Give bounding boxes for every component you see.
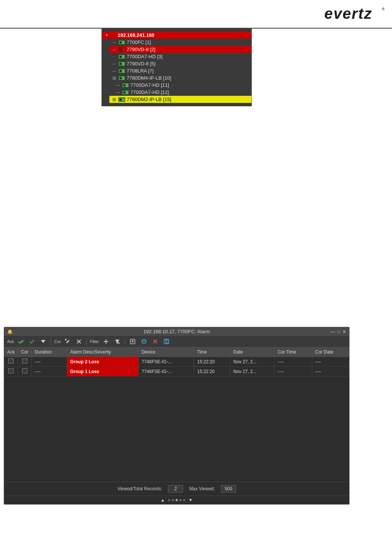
device-status-icon [118, 54, 125, 59]
tree-item-9[interactable]: ⊞ 7780DM2-IP-LB [15] [109, 96, 251, 103]
max-viewed-label: Max Viewed: [189, 486, 215, 491]
device-status-icon [118, 47, 125, 52]
svg-rect-4 [65, 339, 67, 340]
toolbar-sep-1 [51, 338, 51, 345]
cor-wrench-button[interactable] [63, 337, 72, 346]
nav-next-button[interactable]: ▼ [188, 497, 193, 503]
tree-item-8[interactable]: — 7700DA7-HD [12] [113, 89, 251, 96]
expand-icon: — [116, 83, 121, 87]
tree-item-7[interactable]: — 7700DA7-HD [11] [113, 82, 251, 89]
alarm-footer: Viewed/Total Records: 2 Max Viewed: 500 [4, 482, 349, 496]
device-cell: 7746FSE-IG-... [138, 357, 194, 367]
tree-item-4[interactable]: — 7790VD-8 [5] [109, 60, 251, 67]
time-cell: 15:22:20 [194, 357, 230, 367]
ack-checkbox[interactable] [8, 358, 14, 364]
tree-item-5[interactable]: — 7708LRA [7] [109, 67, 251, 74]
date-cell: Nov 27, 2... [230, 367, 275, 376]
ack-cell[interactable] [4, 357, 18, 367]
cor-date-cell: ---- [312, 367, 349, 376]
col-cor-date: Cor Date [312, 348, 349, 357]
export-db-button[interactable] [139, 337, 148, 346]
device-status-icon [122, 83, 129, 88]
svg-text:®: ® [382, 7, 384, 11]
export-button[interactable] [128, 337, 137, 346]
tree-item-2[interactable]: — 7790VD-8 [2] [109, 46, 251, 53]
table-header-row: Ack Cor Duration Alarm Desc/Severity Dev… [4, 348, 349, 357]
cor-time-cell: ---- [275, 357, 312, 367]
add-filter-button[interactable] [101, 337, 110, 346]
save-button[interactable] [162, 337, 171, 346]
filter-active-button[interactable] [113, 337, 122, 346]
minimize-button[interactable]: — [331, 329, 335, 334]
alarm-window: 🔔 192.168.10.17, 7700FC: Alarm — □ ✕ Ack… [4, 327, 350, 505]
ack-down-button[interactable] [39, 337, 48, 346]
nav-prev-button[interactable]: ▲ [160, 497, 165, 503]
date-cell: Nov 27, 2... [230, 357, 275, 367]
alarm-toolbar: Ack Cor Filter [4, 336, 349, 348]
nav-dot-1 [168, 499, 170, 501]
cor-checkbox[interactable] [22, 368, 27, 373]
viewed-records-value: 2 [168, 485, 183, 493]
tree-item-label: 7780DM2-IP-LB [15] [127, 97, 171, 102]
cor-cell[interactable] [18, 367, 32, 376]
expand-icon: ▼ [105, 33, 110, 37]
nav-dot-2 [172, 499, 174, 501]
device-status-icon [118, 97, 125, 102]
expand-icon: ··· [112, 55, 118, 58]
cor-time-cell: ---- [275, 367, 312, 376]
tree-item-label: 7700DA7-HD [12] [130, 89, 169, 95]
col-duration: Duration [32, 348, 67, 357]
filter-label: Filter [90, 339, 99, 344]
nav-dot-5 [183, 499, 185, 501]
ack-label: Ack [7, 339, 14, 344]
header: evertz ® [0, 0, 392, 29]
alarm-table: Ack Cor Duration Alarm Desc/Severity Dev… [4, 348, 349, 376]
nav-dots [168, 499, 185, 501]
alarm-title: 192.168.10.17, 7700FC: Alarm [143, 329, 210, 334]
expand-icon: ⊞ [112, 97, 118, 102]
ack-all-button[interactable] [16, 337, 25, 346]
table-row[interactable]: ---- Group 1 Loss 7746FSE-IG-... 15:22:2… [4, 367, 349, 376]
tree-item-label: 7780DM4-IP-LB [10] [127, 75, 171, 81]
cor-checkbox[interactable] [22, 358, 27, 364]
delete-button[interactable] [151, 337, 160, 346]
col-device: Device [138, 348, 194, 357]
table-row[interactable]: ---- Group 2 Loss 7746FSE-IG-... 15:22:2… [4, 357, 349, 367]
alarm-desc-cell: Group 1 Loss [67, 367, 138, 376]
ack-checkbox[interactable] [8, 368, 14, 373]
evertz-logo: evertz ® [324, 4, 384, 24]
expand-icon: — [112, 47, 118, 51]
tree-item-label: 7700FC [1] [127, 39, 151, 45]
svg-rect-16 [165, 339, 168, 341]
toolbar-sep-3 [125, 338, 125, 345]
alarm-nav: ▲ ▼ [4, 496, 349, 504]
col-cor: Cor [18, 348, 32, 357]
tree-item-1[interactable]: — 7700FC [1] [109, 39, 251, 46]
cor-tools-button[interactable] [74, 337, 83, 346]
tree-item-label: 7708LRA [7] [127, 68, 154, 74]
cor-cell[interactable] [18, 357, 32, 367]
svg-text:evertz: evertz [324, 5, 372, 22]
col-ack: Ack [4, 348, 18, 357]
ack-selected-button[interactable] [27, 337, 36, 346]
expand-icon: — [112, 62, 118, 66]
tree-item-label: 7790VD-8 [2] [127, 47, 156, 52]
duration-cell: ---- [32, 367, 67, 376]
tree-item-3[interactable]: ··· 7700DA7-HD [3] [109, 53, 251, 60]
close-button[interactable]: ✕ [342, 329, 346, 334]
tree-item-6[interactable]: ⊞ 7780DM4-IP-LB [10] [109, 74, 251, 82]
device-cell: 7746FSE-IG-... [138, 367, 194, 376]
alarm-titlebar: 🔔 192.168.10.17, 7700FC: Alarm — □ ✕ [4, 327, 349, 336]
tree-root[interactable]: ▼ 192.168.241.160 [102, 32, 251, 39]
maximize-button[interactable]: □ [338, 329, 340, 334]
expand-icon: — [112, 40, 118, 44]
ack-cell[interactable] [4, 367, 18, 376]
empty-alarm-area [4, 376, 349, 482]
device-tree: ▼ 192.168.241.160 — 7700FC [1] — 7790VD-… [101, 28, 252, 106]
viewed-records-label: Viewed/Total Records: [117, 486, 162, 491]
max-viewed-value: 500 [221, 485, 236, 493]
tree-item-label: 7700DA7-HD [11] [130, 82, 169, 88]
device-status-icon [118, 62, 125, 66]
svg-rect-17 [165, 342, 168, 343]
window-controls: — □ ✕ [331, 329, 346, 334]
